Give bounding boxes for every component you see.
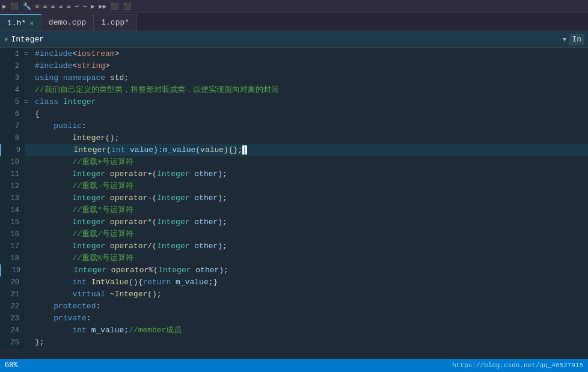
line-number: 21 [0, 288, 24, 300]
line-number: 18 [0, 252, 24, 264]
line-content: Integer operator-(Integer other); [32, 192, 227, 204]
table-row: 12 //重载-号运算符 [0, 180, 588, 192]
line-number: 20 [0, 276, 24, 288]
tab-label-1h: 1.h* [7, 19, 26, 28]
line-number: 23 [0, 313, 24, 325]
line-number: 7 [0, 120, 24, 132]
zoom-level: 68% [5, 361, 18, 370]
line-number: 17 [0, 240, 24, 252]
filter-dropdown-arrow[interactable]: ▼ [563, 36, 567, 43]
line-content: //重载-号运算符 [32, 180, 133, 192]
line-content: Integer(); [32, 132, 119, 144]
fold-icon[interactable]: = [24, 48, 32, 60]
table-row: 10 //重载+号运算符 [0, 156, 588, 168]
table-row: 5 = class Integer [0, 96, 588, 108]
line-number: 5 [0, 96, 24, 108]
status-bar: 68% https://blog.csdn.net/qq_46527915 [0, 359, 588, 372]
line-number: 12 [0, 180, 24, 192]
table-row: 22 protected: [0, 300, 588, 313]
table-row: 21 virtual ~Integer(); [0, 288, 588, 300]
tab-demo[interactable]: demo.cpp [41, 14, 94, 31]
line-number: 4 [0, 84, 24, 96]
line-content: protected: [32, 300, 100, 313]
table-row: 3 using namespace std; [0, 72, 588, 84]
table-row: 19 Integer operator%(Integer other); [0, 264, 588, 276]
line-content: { [32, 108, 40, 120]
line-number: 13 [0, 192, 24, 204]
toolbar: ▶ ⬛ 🔧 ⚙ ≡ ≡ ≡ ≡ ↩ ↪ ▶ ▶▶ ⬛ ⬛ [0, 0, 588, 13]
line-content: //重载%号运算符 [32, 252, 133, 264]
table-row: 20 int IntValue(){return m_value;} [0, 276, 588, 288]
line-content: using namespace std; [32, 72, 129, 84]
watermark: https://blog.csdn.net/qq_46527915 [452, 362, 583, 369]
line-number: 3 [0, 72, 24, 84]
toolbar-icons: ▶ ⬛ 🔧 ⚙ ≡ ≡ ≡ ≡ ↩ ↪ ▶ ▶▶ ⬛ ⬛ [2, 2, 132, 10]
line-content: class Integer [32, 96, 96, 108]
table-row: 24 int m_value;//member成员 [0, 325, 588, 337]
line-number: 25 [0, 337, 24, 349]
line-content: virtual ~Integer(); [32, 288, 162, 300]
line-content: }; [32, 337, 44, 349]
line-content: //重载+号运算符 [32, 156, 133, 168]
tab-1h[interactable]: 1.h* ✕ [0, 14, 41, 31]
close-tab-1h[interactable]: ✕ [29, 19, 34, 27]
line-number: 19 [1, 264, 25, 276]
fold-icon[interactable]: = [24, 96, 32, 108]
line-content: #include<iostream> [32, 48, 119, 60]
table-row: 18 //重载%号运算符 [0, 252, 588, 264]
line-content: #include<string> [32, 60, 110, 72]
table-row: 16 //重载/号运算符 [0, 228, 588, 240]
line-content: //我们自己定义的类型类，将整形封装成类，以便实现面向对象的封装 [32, 84, 279, 96]
line-content: Integer operator%(Integer other); [34, 264, 228, 276]
table-row: 17 Integer operator/(Integer other); [0, 240, 588, 252]
filter-input[interactable] [11, 35, 560, 44]
table-row: 25 }; [0, 337, 588, 349]
line-content: //重载/号运算符 [32, 228, 133, 240]
table-row: 15 Integer operator*(Integer other); [0, 216, 588, 228]
line-content: Integer operator*(Integer other); [32, 216, 227, 228]
line-number: 15 [0, 216, 24, 228]
table-row: 13 Integer operator-(Integer other); [0, 192, 588, 204]
line-number: 14 [0, 204, 24, 216]
line-number: 24 [0, 325, 24, 337]
table-row: 11 Integer operator+(Integer other); [0, 168, 588, 180]
line-number: 2 [0, 60, 24, 72]
table-row: 1 = #include<iostream> [0, 48, 588, 60]
table-row: 8 Integer(); [0, 132, 588, 144]
table-row: 2 #include<string> [0, 60, 588, 72]
line-number: 10 [0, 156, 24, 168]
line-content: Integer(int value):m_value(value){};| [34, 144, 247, 156]
table-row: 9 Integer(int value):m_value(value){};| [0, 144, 588, 156]
line-content: //重载*号运算符 [32, 204, 133, 216]
line-number: 16 [0, 228, 24, 240]
tab-1cpp[interactable]: 1.cpp* [94, 14, 137, 31]
filter-bar: ⚡ ▼ In [0, 31, 588, 48]
line-content: Integer operator+(Integer other); [32, 168, 227, 180]
line-number: 11 [0, 168, 24, 180]
filter-icon: ⚡ [4, 34, 8, 44]
table-row: 23 private: [0, 313, 588, 325]
line-content: private: [32, 313, 91, 325]
line-number: 22 [0, 300, 24, 313]
table-row: 6 { [0, 108, 588, 120]
line-content: int IntValue(){return m_value;} [32, 276, 218, 288]
line-number: 6 [0, 108, 24, 120]
tab-label-demo: demo.cpp [49, 18, 86, 27]
line-content: public: [32, 120, 87, 132]
table-row: 7 public: [0, 120, 588, 132]
line-content: int m_value;//member成员 [32, 325, 182, 337]
line-number: 1 [0, 48, 24, 60]
filter-in-label: In [569, 34, 584, 45]
line-number: 9 [1, 144, 25, 156]
line-number: 8 [0, 132, 24, 144]
code-area[interactable]: 1 = #include<iostream> 2 #include<string… [0, 48, 588, 359]
line-content: Integer operator/(Integer other); [32, 240, 227, 252]
table-row: 14 //重载*号运算符 [0, 204, 588, 216]
tab-bar: 1.h* ✕ demo.cpp 1.cpp* [0, 13, 588, 31]
table-row: 4 //我们自己定义的类型类，将整形封装成类，以便实现面向对象的封装 [0, 84, 588, 96]
tab-label-1cpp: 1.cpp* [101, 18, 129, 27]
